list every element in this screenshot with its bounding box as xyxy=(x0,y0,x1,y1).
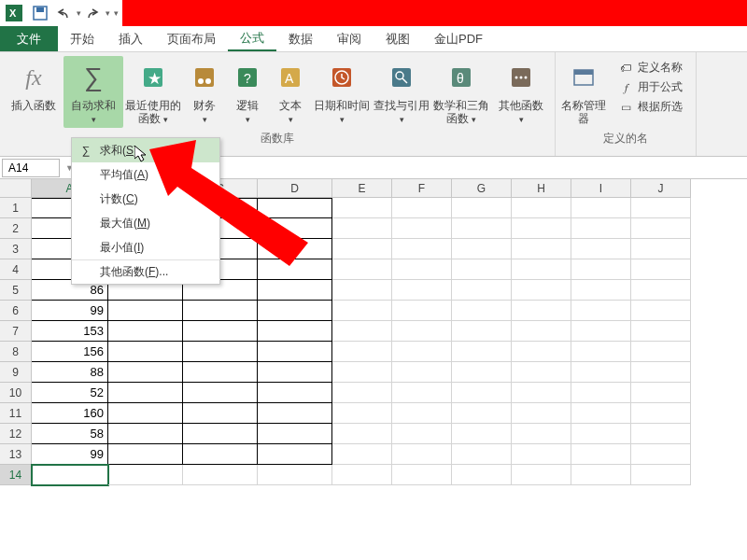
cell[interactable] xyxy=(452,218,512,239)
lookup-button[interactable]: 查找与引用▾ xyxy=(372,56,431,128)
name-manager-button[interactable]: 名称管理器 xyxy=(559,56,608,128)
cell[interactable] xyxy=(108,424,183,444)
cell[interactable] xyxy=(452,301,512,321)
cell[interactable] xyxy=(571,403,631,424)
cell[interactable] xyxy=(258,444,332,465)
cell[interactable] xyxy=(392,403,452,424)
cell[interactable] xyxy=(512,239,571,259)
cell[interactable] xyxy=(631,465,691,485)
cell[interactable] xyxy=(392,198,452,218)
col-header-D[interactable]: D xyxy=(258,179,332,198)
cell[interactable] xyxy=(332,362,392,383)
cell[interactable] xyxy=(631,280,691,301)
tab-view[interactable]: 视图 xyxy=(374,26,422,51)
cell[interactable]: 160 xyxy=(32,403,108,424)
cell[interactable] xyxy=(108,362,183,383)
cell[interactable] xyxy=(631,259,691,280)
dropdown-min[interactable]: 最小值(I) xyxy=(72,235,219,259)
tab-home[interactable]: 开始 xyxy=(58,26,106,51)
cell[interactable] xyxy=(512,342,571,362)
cell[interactable] xyxy=(332,301,392,321)
save-icon[interactable] xyxy=(30,3,50,23)
row-header[interactable]: 10 xyxy=(0,383,32,403)
cell[interactable] xyxy=(452,362,512,383)
cell[interactable] xyxy=(452,198,512,218)
cell[interactable] xyxy=(392,444,452,465)
cell[interactable] xyxy=(631,239,691,259)
cell[interactable] xyxy=(631,198,691,218)
cell[interactable] xyxy=(332,198,392,218)
cell[interactable] xyxy=(452,444,512,465)
dropdown-other[interactable]: 其他函数(F)... xyxy=(72,259,219,284)
cell[interactable] xyxy=(631,444,691,465)
row-header[interactable]: 14 xyxy=(0,465,32,485)
cell[interactable]: 99 xyxy=(32,301,108,321)
cell[interactable] xyxy=(571,218,631,239)
cell[interactable] xyxy=(512,321,571,342)
qat-dropdown-icon[interactable]: ▾ xyxy=(77,8,81,18)
cell[interactable] xyxy=(452,403,512,424)
cell[interactable] xyxy=(392,383,452,403)
define-name-item[interactable]: 🏷定义名称 xyxy=(613,58,686,77)
cell[interactable] xyxy=(392,342,452,362)
cell[interactable] xyxy=(571,280,631,301)
row-header[interactable]: 1 xyxy=(0,198,32,218)
cell[interactable] xyxy=(332,444,392,465)
cell[interactable] xyxy=(258,259,332,280)
cell[interactable] xyxy=(571,424,631,444)
cell[interactable] xyxy=(571,342,631,362)
cell[interactable]: 156 xyxy=(32,342,108,362)
qat-customize-icon[interactable]: ▾ xyxy=(110,8,122,18)
row-header[interactable]: 2 xyxy=(0,218,32,239)
cell[interactable] xyxy=(183,362,258,383)
cell[interactable] xyxy=(183,444,258,465)
row-header[interactable]: 11 xyxy=(0,403,32,424)
row-header[interactable]: 8 xyxy=(0,342,32,362)
col-header-J[interactable]: J xyxy=(631,179,691,198)
cell[interactable] xyxy=(332,403,392,424)
cell[interactable] xyxy=(183,403,258,424)
cell[interactable] xyxy=(512,259,571,280)
cell[interactable] xyxy=(392,218,452,239)
row-header[interactable]: 3 xyxy=(0,239,32,259)
tab-review[interactable]: 审阅 xyxy=(325,26,374,51)
cell[interactable] xyxy=(452,342,512,362)
tab-insert[interactable]: 插入 xyxy=(106,26,155,51)
cell[interactable] xyxy=(452,465,512,485)
more-functions-button[interactable]: 其他函数▾ xyxy=(491,56,551,128)
cell[interactable] xyxy=(332,218,392,239)
cell[interactable] xyxy=(571,444,631,465)
cell[interactable] xyxy=(32,465,108,485)
cell[interactable] xyxy=(571,465,631,485)
cell[interactable] xyxy=(631,362,691,383)
cell[interactable] xyxy=(512,403,571,424)
cell[interactable] xyxy=(332,383,392,403)
cell[interactable] xyxy=(512,444,571,465)
cell[interactable] xyxy=(258,362,332,383)
text-button[interactable]: A 文本▾ xyxy=(269,56,312,128)
cell[interactable] xyxy=(258,280,332,301)
cell[interactable]: 52 xyxy=(32,383,108,403)
cell[interactable] xyxy=(108,403,183,424)
cell[interactable] xyxy=(512,218,571,239)
cell[interactable] xyxy=(631,218,691,239)
row-header[interactable]: 9 xyxy=(0,362,32,383)
cell[interactable]: 153 xyxy=(32,321,108,342)
cell[interactable] xyxy=(512,362,571,383)
cell[interactable] xyxy=(452,280,512,301)
redo-icon[interactable] xyxy=(83,3,104,23)
col-header-E[interactable]: E xyxy=(332,179,392,198)
cell[interactable] xyxy=(512,198,571,218)
cell[interactable] xyxy=(258,301,332,321)
cell[interactable] xyxy=(258,239,332,259)
cell[interactable] xyxy=(108,301,183,321)
cell[interactable] xyxy=(571,259,631,280)
col-header-F[interactable]: F xyxy=(392,179,452,198)
cell[interactable] xyxy=(571,198,631,218)
tab-file[interactable]: 文件 xyxy=(0,26,58,51)
dropdown-average[interactable]: 平均值(A) xyxy=(72,162,219,187)
cell[interactable] xyxy=(183,321,258,342)
dropdown-count[interactable]: 计数(C) xyxy=(72,187,219,211)
mathtrig-button[interactable]: θ 数学和三角函数 ▾ xyxy=(431,56,491,128)
cell[interactable] xyxy=(108,383,183,403)
